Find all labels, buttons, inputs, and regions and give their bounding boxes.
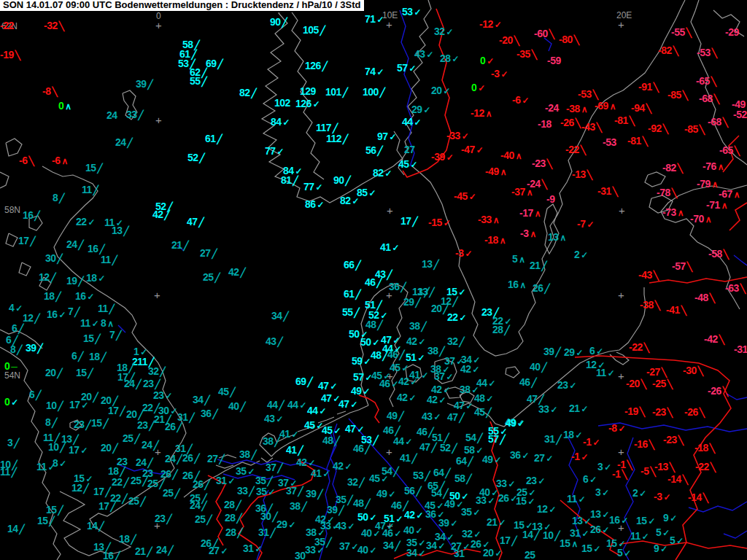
- pressure-tendency-value: 58: [464, 444, 475, 456]
- station-report: 25: [525, 551, 535, 560]
- station-report: 5✓: [617, 548, 631, 559]
- station-report: -13╲: [572, 170, 592, 180]
- pressure-tendency-value: 43: [375, 268, 386, 280]
- tendency-symbol: ╱: [123, 494, 128, 504]
- tendency-symbol: ✓: [409, 393, 417, 403]
- pressure-tendency-value: 28: [225, 526, 236, 538]
- station-report: 34✓: [406, 548, 426, 559]
- station-report: 38╱: [409, 322, 427, 332]
- pressure-tendency-value: 129: [300, 85, 316, 97]
- pressure-tendency-value: 31: [570, 527, 581, 539]
- tendency-symbol: ╱: [238, 528, 243, 538]
- station-report: 12✓: [537, 505, 557, 515]
- pressure-tendency-value: 24: [136, 456, 147, 468]
- tendency-symbol: ╱: [205, 480, 210, 490]
- station-report: 43╱: [375, 270, 392, 280]
- pressure-tendency-value: 31: [216, 475, 227, 486]
- tendency-symbol: ╱: [136, 379, 142, 389]
- pressure-tendency-value: 27: [207, 453, 218, 464]
- tendency-symbol: ✓: [277, 147, 285, 157]
- pressure-tendency-value: 24: [66, 238, 77, 250]
- station-report: 39╱: [543, 347, 561, 357]
- pressure-tendency-value: 44: [393, 435, 404, 447]
- tendency-symbol: ╲: [711, 462, 716, 472]
- tendency-symbol: ╲: [549, 29, 554, 39]
- station-report: 86✓: [305, 200, 325, 210]
- tendency-symbol: ✓: [411, 160, 418, 170]
- station-report: 9✓: [654, 544, 667, 554]
- station-report: -3✓: [491, 69, 508, 79]
- tendency-symbol: ╱: [542, 261, 547, 271]
- station-report: 28╱: [224, 500, 241, 510]
- pressure-tendency-value: -13: [654, 461, 668, 472]
- station-report: 32╱: [148, 367, 166, 377]
- pressure-tendency-value: 15: [560, 537, 570, 549]
- pressure-tendency-value: 53: [413, 470, 424, 481]
- station-report: 3╱: [7, 438, 20, 448]
- station-report: 47✓: [454, 401, 473, 411]
- station-report: 8╱: [53, 193, 65, 203]
- station-report: 15╱: [83, 334, 101, 344]
- station-report: 19╱: [66, 276, 84, 287]
- pressure-tendency-value: 20: [81, 391, 92, 402]
- tendency-symbol: ✓: [406, 437, 413, 447]
- pressure-tendency-value: 11: [630, 530, 640, 542]
- station-report: 20✓: [431, 86, 451, 96]
- station-report: 0✓: [480, 56, 494, 66]
- station-report: 41✓: [380, 243, 400, 253]
- pressure-tendency-value: 15: [516, 495, 527, 507]
- tendency-symbol: ╱: [169, 545, 174, 556]
- graticule-cross: +: [619, 205, 625, 216]
- pressure-tendency-value: 82: [340, 195, 351, 206]
- pressure-tendency-value: -8: [608, 422, 616, 434]
- station-report: 16✓: [75, 292, 95, 302]
- station-report: -24: [545, 104, 559, 113]
- tendency-symbol: ╲: [683, 90, 688, 101]
- station-report: 15╱: [85, 163, 103, 174]
- pressure-tendency-value: 39: [438, 517, 449, 529]
- tendency-symbol: ╱: [116, 330, 121, 341]
- station-report: 27: [404, 145, 415, 155]
- pressure-tendency-value: 55: [190, 75, 201, 87]
- pressure-tendency-value: 0: [4, 360, 9, 372]
- station-report: 45✓: [369, 474, 389, 484]
- graticule-cross: +: [618, 370, 624, 381]
- station-report: 33✓: [496, 479, 516, 489]
- pressure-tendency-value: 42: [296, 456, 307, 468]
- station-report: 39╱: [26, 343, 43, 354]
- graticule-label: 20E: [616, 11, 632, 20]
- station-report: -69∧: [595, 101, 616, 112]
- tendency-symbol: ∧: [535, 209, 541, 219]
- pressure-tendency-value: 90: [270, 16, 281, 28]
- station-report: 43✓: [336, 521, 355, 532]
- pressure-tendency-value: 25: [163, 487, 174, 499]
- tendency-symbol: ∧: [520, 280, 527, 290]
- station-report: -18∧: [484, 236, 506, 246]
- pressure-tendency-value: -13: [572, 168, 586, 180]
- station-report: 32✓: [434, 27, 454, 37]
- pressure-tendency-value: 15: [46, 504, 57, 516]
- tendency-symbol: ╱: [284, 311, 289, 322]
- station-report: -26╲: [684, 408, 705, 418]
- station-report: 21✓: [569, 404, 589, 414]
- pressure-tendency-value: 29: [564, 346, 575, 358]
- tendency-symbol: ✓: [576, 348, 584, 358]
- tendency-symbol: ✓: [92, 319, 99, 329]
- station-report: 37✓: [339, 542, 359, 552]
- station-report: 47╱: [419, 443, 437, 453]
- tendency-symbol: ╱: [241, 268, 246, 278]
- station-report: -13╲: [654, 462, 675, 472]
- tendency-symbol: ╱: [512, 536, 517, 546]
- tendency-symbol: ╲: [593, 90, 598, 100]
- pressure-tendency-value: 23: [143, 378, 154, 389]
- station-report: 23✓: [526, 476, 546, 486]
- station-report: 39╱: [306, 489, 323, 499]
- pressure-tendency-value: -6: [52, 155, 60, 166]
- pressure-tendency-value: 11: [36, 461, 47, 472]
- pressure-tendency-value: 74: [365, 66, 376, 77]
- station-report: -71∧: [706, 201, 728, 211]
- station-report: 82╱: [239, 88, 257, 98]
- pressure-tendency-value: 46: [379, 378, 390, 389]
- pressure-tendency-value: 45: [390, 362, 400, 373]
- tendency-symbol: ╱: [200, 153, 205, 163]
